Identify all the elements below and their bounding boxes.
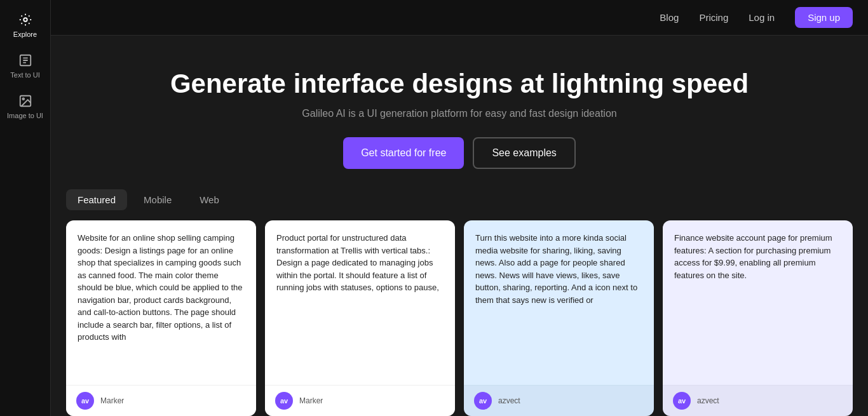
card-1-body: Website for an online shop selling campi… bbox=[66, 220, 256, 385]
tab-mobile[interactable]: Mobile bbox=[132, 189, 183, 210]
card-4-author: azvect bbox=[697, 396, 719, 405]
main-content: Blog Pricing Log in Sign up Generate int… bbox=[51, 0, 868, 416]
login-button[interactable]: Log in bbox=[749, 12, 775, 23]
hero-title: Generate interface designs at lightning … bbox=[76, 69, 843, 99]
svg-point-0 bbox=[24, 18, 27, 22]
sidebar-item-explore[interactable]: Explore bbox=[0, 5, 50, 46]
card-3-text: Turn this website into a more kinda soci… bbox=[475, 233, 637, 305]
explore-icon bbox=[18, 13, 32, 27]
card-2: Product portal for unstructured data tra… bbox=[265, 220, 455, 416]
card-1: Website for an online shop selling campi… bbox=[66, 220, 256, 416]
hero-section: Generate interface designs at lightning … bbox=[51, 36, 868, 189]
sidebar-explore-label: Explore bbox=[13, 30, 37, 38]
see-examples-button[interactable]: See examples bbox=[473, 137, 575, 169]
card-4-footer: av azvect bbox=[663, 385, 853, 416]
card-2-author: Marker bbox=[299, 396, 323, 405]
card-4-avatar: av bbox=[673, 392, 691, 410]
tab-featured[interactable]: Featured bbox=[66, 189, 127, 210]
card-3: Turn this website into a more kinda soci… bbox=[464, 220, 654, 416]
text-to-ui-icon bbox=[18, 53, 32, 67]
sidebar-text-to-ui-label: Text to UI bbox=[10, 71, 39, 79]
card-4: Finance website account page for premium… bbox=[663, 220, 853, 416]
card-3-avatar: av bbox=[474, 392, 492, 410]
card-1-avatar: av bbox=[76, 392, 94, 410]
card-4-body: Finance website account page for premium… bbox=[663, 220, 853, 385]
card-2-footer: av Marker bbox=[265, 385, 455, 416]
card-3-author: azvect bbox=[498, 396, 520, 405]
card-3-body: Turn this website into a more kinda soci… bbox=[464, 220, 654, 385]
card-1-author: Marker bbox=[100, 396, 124, 405]
category-tabs: Featured Mobile Web bbox=[51, 189, 868, 210]
sidebar-item-image-to-ui[interactable]: Image to UI bbox=[0, 86, 50, 127]
card-4-text: Finance website account page for premium… bbox=[674, 233, 832, 280]
card-3-footer: av azvect bbox=[464, 385, 654, 416]
hero-subtitle: Galileo AI is a UI generation platform f… bbox=[76, 108, 843, 119]
card-2-text: Product portal for unstructured data tra… bbox=[276, 233, 439, 292]
card-2-body: Product portal for unstructured data tra… bbox=[265, 220, 455, 385]
top-nav: Blog Pricing Log in Sign up bbox=[51, 0, 868, 36]
sidebar-image-to-ui-label: Image to UI bbox=[7, 112, 43, 119]
get-started-button[interactable]: Get started for free bbox=[343, 137, 464, 169]
hero-buttons: Get started for free See examples bbox=[76, 137, 843, 169]
sidebar: Explore Text to UI Image to UI bbox=[0, 0, 51, 416]
card-1-footer: av Marker bbox=[66, 385, 256, 416]
signup-button[interactable]: Sign up bbox=[795, 7, 853, 28]
card-2-avatar: av bbox=[275, 392, 293, 410]
pricing-link[interactable]: Pricing bbox=[699, 12, 728, 23]
tab-web[interactable]: Web bbox=[188, 189, 231, 210]
card-1-text: Website for an online shop selling campi… bbox=[78, 233, 242, 342]
svg-point-3 bbox=[22, 98, 24, 100]
sidebar-item-text-to-ui[interactable]: Text to UI bbox=[0, 46, 50, 86]
cards-grid: Website for an online shop selling campi… bbox=[51, 220, 868, 416]
image-to-ui-icon bbox=[18, 94, 32, 108]
blog-link[interactable]: Blog bbox=[660, 12, 679, 23]
